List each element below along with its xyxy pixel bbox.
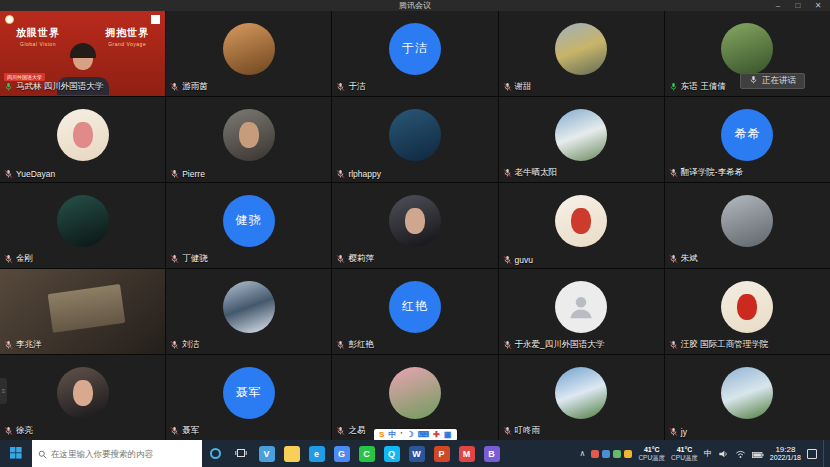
participant-tile[interactable]: 徐亮 xyxy=(0,355,165,440)
mic-icon xyxy=(4,82,13,92)
participant-tile[interactable]: guvu xyxy=(499,183,664,268)
participant-tile[interactable]: 老牛晒太阳 xyxy=(499,97,664,182)
avatar xyxy=(721,23,773,75)
participant-tile[interactable]: 汪胶 国际工商管理学院 xyxy=(665,269,830,354)
participant-tile[interactable]: 希希翻译学院-李希希 xyxy=(665,97,830,182)
participant-tile[interactable]: 谢甜 xyxy=(499,11,664,96)
participant-tile[interactable]: YueDayan xyxy=(0,97,165,182)
search-icon xyxy=(38,445,47,463)
cpu-temp-widget[interactable]: 41°CCPU温度 xyxy=(671,446,698,462)
avatar-figure xyxy=(737,294,757,320)
avatar: 红艳 xyxy=(389,281,441,333)
participant-tile[interactable]: rlphappy xyxy=(332,97,497,182)
action-center-icon[interactable] xyxy=(807,449,817,459)
participant-tile[interactable]: 朱斌 xyxy=(665,183,830,268)
participant-tile[interactable]: 红艳彭红艳 xyxy=(332,269,497,354)
mic-icon xyxy=(170,169,179,179)
avatar xyxy=(555,195,607,247)
taskbar-app-wechat[interactable]: C xyxy=(354,440,379,467)
avatar-figure xyxy=(571,208,591,234)
tray-icon[interactable] xyxy=(613,450,621,458)
window-titlebar[interactable]: 腾讯会议 – □ ✕ xyxy=(0,0,830,11)
mic-icon xyxy=(336,169,345,179)
mic-icon xyxy=(669,427,678,437)
mic-icon xyxy=(4,254,13,264)
participant-name: 李兆洋 xyxy=(4,339,42,351)
taskbar-app-file-explorer[interactable] xyxy=(279,440,304,467)
taskbar-app-chrome-browser[interactable]: G xyxy=(329,440,354,467)
taskbar: VeGCQWPMB ∧ 41°CCPU温度41°CCPU温度 中 19:28 2… xyxy=(0,440,830,467)
show-desktop-button[interactable] xyxy=(823,440,826,467)
volume-icon[interactable] xyxy=(718,445,729,463)
taskbar-app-browser[interactable]: B xyxy=(479,440,504,467)
start-button[interactable] xyxy=(0,440,32,467)
avatar-placeholder xyxy=(555,281,607,333)
system-tray: ∧ 41°CCPU温度41°CCPU温度 中 19:28 2022/1/18 xyxy=(580,440,830,467)
mic-icon xyxy=(4,340,13,350)
task-view-button[interactable] xyxy=(228,440,254,467)
participant-name: 之易 xyxy=(336,425,365,437)
taskbar-app-qq[interactable]: Q xyxy=(379,440,404,467)
tray-icon[interactable] xyxy=(624,450,632,458)
taskbar-app-music[interactable]: M xyxy=(454,440,479,467)
participant-name: YueDayan xyxy=(4,169,55,179)
hidden-icons-button[interactable]: ∧ xyxy=(580,449,586,458)
close-button[interactable]: ✕ xyxy=(808,0,828,11)
sidebar-handle[interactable]: ≡ xyxy=(0,378,7,404)
participant-tile[interactable]: jy xyxy=(665,355,830,440)
university-tag: 四川外国语大学 xyxy=(4,73,45,81)
avatar xyxy=(223,23,275,75)
mic-icon xyxy=(503,255,512,265)
search-input[interactable] xyxy=(51,449,191,459)
mic-icon xyxy=(503,82,512,92)
avatar xyxy=(57,109,109,161)
participant-tile[interactable]: 之易 xyxy=(332,355,497,440)
participant-tile[interactable]: Pierre xyxy=(166,97,331,182)
maximize-button[interactable]: □ xyxy=(788,0,808,11)
battery-icon[interactable] xyxy=(752,445,764,463)
taskbar-clock[interactable]: 19:28 2022/1/18 xyxy=(770,445,801,463)
music-icon: M xyxy=(459,446,475,462)
minimize-button[interactable]: – xyxy=(768,0,788,11)
cpu-temp-widget[interactable]: 41°CCPU温度 xyxy=(638,446,665,462)
participant-tile[interactable]: 于洁于洁 xyxy=(332,11,497,96)
cortana-button[interactable] xyxy=(202,440,228,467)
participant-name: jy xyxy=(669,427,687,437)
avatar xyxy=(389,367,441,419)
input-method-indicator[interactable]: 中 xyxy=(704,448,712,459)
participant-tile[interactable]: 放眼世界Global Vision拥抱世界Grand Voyage四川外国语大学… xyxy=(0,11,165,96)
participant-tile[interactable]: 刘洁 xyxy=(166,269,331,354)
taskbar-search[interactable] xyxy=(32,440,202,467)
mic-icon xyxy=(170,82,179,92)
avatar: 希希 xyxy=(721,109,773,161)
participant-name: 朱斌 xyxy=(669,253,698,265)
avatar xyxy=(223,109,275,161)
participant-tile[interactable]: 樱莉萍 xyxy=(332,183,497,268)
task-view-icon xyxy=(235,445,247,463)
taskbar-app-word[interactable]: W xyxy=(404,440,429,467)
participant-tile[interactable]: 聂军聂军 xyxy=(166,355,331,440)
participant-tile[interactable]: 于永爱_四川外国语大学 xyxy=(499,269,664,354)
window-title: 腾讯会议 xyxy=(399,0,431,11)
university-logo-icon xyxy=(5,15,14,24)
tray-icon[interactable] xyxy=(591,450,599,458)
taskbar-app-powerpoint[interactable]: P xyxy=(429,440,454,467)
clock-time: 19:28 xyxy=(770,445,801,455)
mic-icon xyxy=(503,168,512,178)
participant-tile[interactable]: 健骁丁健骁 xyxy=(166,183,331,268)
mic-icon xyxy=(669,340,678,350)
participant-tile[interactable]: 金刚 xyxy=(0,183,165,268)
participant-tile[interactable]: 游雨茵 xyxy=(166,11,331,96)
tray-icon[interactable] xyxy=(602,450,610,458)
windows-logo-icon xyxy=(10,445,22,463)
network-icon[interactable] xyxy=(735,445,746,463)
participant-tile[interactable]: 李兆洋 xyxy=(0,269,165,354)
avatar: 健骁 xyxy=(223,195,275,247)
chrome-browser-icon: G xyxy=(334,446,350,462)
word-icon: W xyxy=(409,446,425,462)
taskbar-app-edge-browser[interactable]: e xyxy=(304,440,329,467)
speaking-tooltip-text: 正在讲话 xyxy=(762,75,796,87)
taskbar-app-tencent-meeting[interactable]: V xyxy=(254,440,279,467)
participant-tile[interactable]: 叮咚雨 xyxy=(499,355,664,440)
participant-name: 彭红艳 xyxy=(336,339,374,351)
